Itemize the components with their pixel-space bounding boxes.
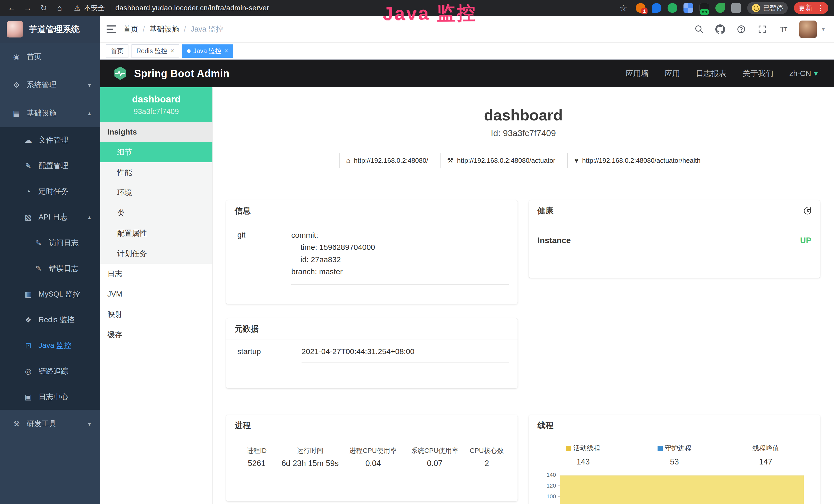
home-icon[interactable]: ⌂ [53, 2, 66, 14]
close-icon[interactable]: × [171, 48, 174, 54]
extension-icon-leaf[interactable] [715, 3, 725, 13]
avatar-caret-icon[interactable]: ▾ [822, 26, 825, 32]
sba-item-metrics[interactable]: 性能 [100, 162, 213, 183]
card-header: 进程 [226, 415, 518, 436]
sba-item-jvm[interactable]: JVM [100, 284, 213, 304]
info-line: commit: [291, 229, 509, 241]
sba-nav-applications[interactable]: 应用 [664, 68, 680, 79]
extension-icon-dark[interactable]: on [699, 3, 709, 13]
breadcrumb-separator: / [143, 25, 145, 33]
hamburger-icon[interactable] [100, 16, 123, 43]
sidebar-item-java[interactable]: ⊡Java 监控 [0, 333, 100, 359]
tab-redis-monitor[interactable]: Redis 监控× [132, 44, 179, 58]
sba-item-caches[interactable]: 缓存 [100, 324, 213, 345]
sba-nav-about[interactable]: 关于我们 [743, 68, 773, 79]
extension-icon-grid[interactable] [683, 3, 693, 13]
fullscreen-icon[interactable] [757, 24, 767, 35]
user-avatar[interactable] [799, 21, 817, 38]
sidebar-item-devtools[interactable]: ⚒研发工具▾ [0, 410, 100, 438]
health-url-link[interactable]: ♥http://192.168.0.2:48080/actuator/healt… [567, 153, 707, 168]
sba-nav-journal[interactable]: 日志报表 [696, 68, 727, 79]
card-body: Instance UP [529, 221, 820, 261]
card-body: git commit: time: 1596289704000 id: 27aa… [226, 221, 518, 293]
tab-java-monitor[interactable]: Java 监控× [182, 44, 233, 58]
sba-item-scheduled-tasks[interactable]: 计划任务 [100, 244, 213, 264]
sidebar-item-api-log[interactable]: ▧API 日志▴ [0, 204, 100, 230]
sidebar-item-mysql[interactable]: ▥MySQL 监控 [0, 281, 100, 307]
page-title: dashboard [213, 106, 834, 124]
instance-header[interactable]: dashboard 93a3fc7f7409 [100, 87, 213, 122]
sba-item-classes[interactable]: 类 [100, 203, 213, 223]
tab-home[interactable]: 首页 [106, 44, 128, 58]
card-title: 健康 [537, 205, 553, 216]
browser-actions: ☆ 1 on 已暂停 更新 ⋮ [617, 2, 828, 14]
status-badge: UP [800, 236, 811, 245]
sba-item-details[interactable]: 细节 [100, 142, 213, 162]
dashboard-icon: ◉ [12, 52, 21, 61]
tools-icon: ⚒ [12, 419, 21, 428]
sidebar-item-trace[interactable]: ◎链路追踪 [0, 359, 100, 384]
sba-item-mappings[interactable]: 映射 [100, 304, 213, 324]
sidebar-item-error-log[interactable]: ✎错误日志 [0, 256, 100, 281]
forward-icon[interactable]: → [22, 2, 34, 14]
legend-daemon-threads: 守护进程 53 [629, 444, 720, 466]
cell-cpu-cores: 2 [465, 459, 509, 468]
github-icon[interactable] [715, 24, 725, 35]
actuator-url-link[interactable]: ⚒http://192.168.0.2:48080/actuator [440, 153, 562, 168]
smiley-avatar-icon [752, 4, 760, 12]
sidebar-item-config[interactable]: ✎配置管理 [0, 153, 100, 179]
paused-label: 已暂停 [763, 4, 783, 13]
link-label: http://192.168.0.2:48080/ [354, 157, 428, 165]
health-instance-row[interactable]: Instance UP [537, 229, 812, 253]
health-instance-label: Instance [537, 236, 571, 245]
sba-locale-select[interactable]: zh-CN ▾ [789, 69, 817, 78]
chevron-up-icon: ▴ [88, 110, 91, 117]
sidebar-item-access-log[interactable]: ✎访问日志 [0, 230, 100, 256]
sidebar-item-home[interactable]: ◉首页 [0, 43, 100, 71]
extension-icon-drop[interactable] [652, 3, 661, 13]
browser-menu-icon[interactable]: ⋮ [815, 4, 826, 12]
menu-label: 错误日志 [49, 264, 79, 274]
extension-icon-green-circle[interactable] [667, 3, 677, 13]
breadcrumb-current: Java 监控 [191, 24, 223, 35]
sidebar-item-system[interactable]: ⚙系统管理▾ [0, 71, 100, 99]
app-logo[interactable]: 芋道管理系统 [0, 16, 100, 43]
sidebar-item-redis[interactable]: ❖Redis 监控 [0, 307, 100, 333]
bookmark-star-icon[interactable]: ☆ [617, 2, 630, 14]
sba-brand[interactable]: Spring Boot Admin [113, 66, 229, 81]
extension-icon-puzzle[interactable] [731, 3, 741, 13]
breadcrumb-section[interactable]: 基础设施 [150, 24, 179, 35]
card-body: startup 2021-04-27T00:44:31.254+08:00 [226, 339, 518, 370]
monitor-icon: ▤ [12, 109, 21, 118]
chevron-down-icon: ▾ [88, 420, 91, 428]
instance-title-block: dashboard Id: 93a3fc7f7409 ⌂http://192.1… [213, 87, 834, 168]
sidebar-item-log-center[interactable]: ▣日志中心 [0, 384, 100, 410]
log-icon: ▧ [24, 213, 33, 222]
breadcrumb-home[interactable]: 首页 [123, 24, 138, 35]
sidebar-item-infra[interactable]: ▤基础设施▴ [0, 99, 100, 127]
history-icon[interactable] [803, 206, 811, 215]
font-size-icon[interactable]: TT [778, 24, 789, 35]
profile-paused-badge[interactable]: 已暂停 [747, 2, 788, 14]
sba-item-environment[interactable]: 环境 [100, 183, 213, 203]
process-table-row: 5261 6d 23h 15m 59s 0.04 0.07 2 [235, 459, 509, 476]
search-icon[interactable] [694, 24, 704, 35]
reload-icon[interactable]: ↻ [38, 2, 50, 14]
address-bar[interactable]: ⚠ 不安全 dashboard.yudao.iocoder.cn/infra/a… [74, 3, 269, 13]
update-button[interactable]: 更新 ⋮ [794, 2, 828, 14]
process-card: 进程 进程ID 运行时间 进程CPU使用率 系统CPU使用率 CPU核心数 52… [226, 415, 518, 501]
sba-item-logs[interactable]: 日志 [100, 264, 213, 284]
sba-nav-wallboard[interactable]: 应用墙 [626, 68, 649, 79]
menu-label: 文件管理 [39, 135, 68, 145]
url-text[interactable]: dashboard.yudao.iocoder.cn/infra/admin-s… [115, 4, 269, 12]
menu-label: 定时任务 [39, 186, 68, 197]
close-icon[interactable]: × [224, 48, 228, 54]
back-icon[interactable]: ← [6, 2, 18, 14]
help-icon[interactable] [736, 24, 746, 35]
service-url-link[interactable]: ⌂http://192.168.0.2:48080/ [339, 153, 435, 168]
sidebar-item-job[interactable]: ◔定时任务 [0, 179, 100, 204]
sidebar-item-file[interactable]: ☁文件管理 [0, 127, 100, 153]
extension-icon-orange[interactable]: 1 [636, 3, 645, 13]
tab-label: Redis 监控 [136, 47, 168, 55]
sba-item-config-props[interactable]: 配置属性 [100, 223, 213, 244]
